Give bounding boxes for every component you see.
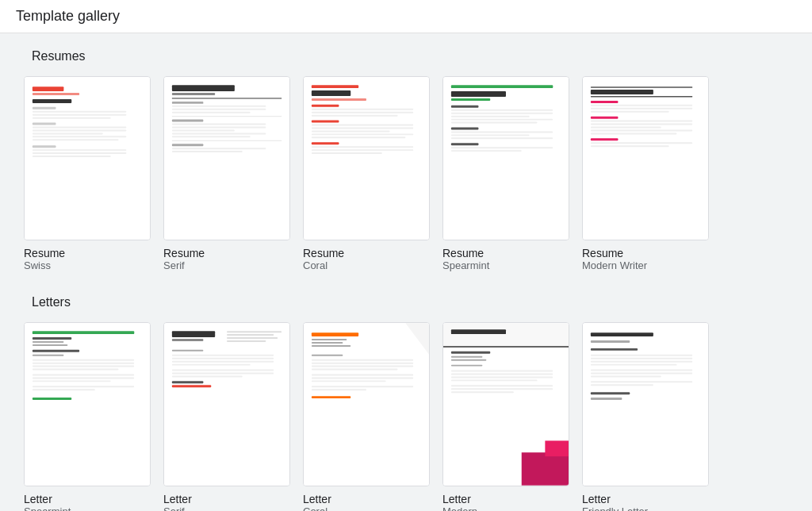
svg-rect-2	[33, 93, 79, 95]
svg-rect-74	[591, 90, 653, 94]
svg-rect-65	[451, 127, 479, 129]
template-thumb-letter-modern[interactable]	[442, 322, 569, 486]
template-letter-modern[interactable]: Letter Modern	[442, 322, 569, 511]
template-thumb-resume-serif[interactable]	[163, 76, 290, 240]
svg-rect-84	[591, 129, 692, 131]
letters-row: Letter Spearmint	[24, 322, 788, 511]
svg-rect-155	[522, 452, 569, 485]
svg-rect-118	[172, 370, 274, 371]
svg-rect-130	[312, 359, 413, 361]
svg-rect-82	[591, 124, 692, 125]
svg-rect-71	[451, 150, 522, 152]
svg-rect-141	[443, 323, 569, 347]
svg-rect-150	[451, 376, 553, 378]
svg-rect-25	[172, 112, 251, 113]
template-letter-friendly[interactable]: Letter Friendly Letter	[582, 322, 709, 511]
svg-rect-112	[227, 340, 266, 342]
template-thumb-resume-swiss[interactable]	[24, 76, 151, 240]
template-letter-spearmint[interactable]: Letter Spearmint	[24, 322, 151, 511]
svg-rect-137	[312, 386, 413, 387]
svg-rect-170	[591, 392, 630, 394]
svg-rect-47	[312, 127, 413, 129]
template-resume-spearmint[interactable]: Resume Spearmint	[442, 76, 569, 271]
template-name: Serif	[163, 259, 185, 271]
svg-rect-135	[312, 377, 413, 378]
svg-rect-154	[451, 391, 514, 393]
template-name: Spearmint	[442, 259, 489, 271]
template-resume-modern-writer[interactable]: Resume Modern Writer	[582, 76, 709, 271]
svg-rect-7	[33, 117, 111, 119]
svg-rect-103	[33, 386, 134, 387]
svg-rect-12	[33, 136, 127, 137]
svg-rect-153	[451, 388, 553, 390]
svg-rect-50	[312, 136, 406, 138]
template-type: Letter	[303, 493, 331, 505]
svg-rect-95	[33, 355, 64, 356]
svg-rect-147	[451, 365, 483, 367]
svg-rect-56	[451, 85, 553, 88]
svg-rect-162	[591, 358, 692, 359]
svg-rect-17	[33, 156, 111, 157]
template-type: Resume	[303, 247, 344, 259]
section-letters: Letters	[24, 295, 788, 511]
svg-rect-106	[164, 323, 289, 485]
svg-rect-121	[172, 381, 204, 383]
template-resume-coral[interactable]: Resume Coral	[303, 76, 430, 271]
svg-rect-77	[591, 105, 692, 106]
svg-rect-131	[312, 363, 413, 364]
svg-rect-69	[451, 143, 479, 145]
template-thumb-resume-modern-writer[interactable]	[582, 76, 709, 240]
svg-rect-87	[591, 142, 692, 144]
template-thumb-letter-coral[interactable]	[303, 322, 430, 486]
svg-rect-97	[33, 363, 134, 364]
template-thumb-letter-friendly[interactable]	[582, 322, 709, 486]
svg-rect-151	[451, 379, 538, 381]
svg-rect-9	[33, 127, 127, 129]
svg-rect-61	[451, 113, 553, 114]
svg-rect-75	[591, 96, 692, 97]
svg-rect-152	[451, 385, 553, 386]
svg-rect-30	[172, 129, 235, 131]
svg-rect-124	[312, 332, 358, 336]
svg-rect-67	[451, 134, 530, 136]
svg-rect-161	[591, 355, 692, 356]
svg-rect-23	[172, 106, 266, 107]
svg-rect-8	[33, 123, 56, 125]
svg-rect-166	[591, 373, 692, 375]
svg-rect-11	[33, 133, 103, 134]
svg-rect-28	[172, 124, 266, 125]
template-thumb-letter-serif[interactable]	[163, 322, 290, 486]
template-letter-serif[interactable]: Letter Serif	[163, 322, 290, 511]
svg-rect-92	[33, 341, 64, 343]
template-thumb-letter-spearmint[interactable]	[24, 322, 151, 486]
svg-rect-144	[451, 352, 490, 354]
svg-rect-22	[172, 102, 204, 104]
svg-rect-132	[312, 366, 413, 367]
template-name: Modern Writer	[582, 259, 647, 271]
template-resume-swiss[interactable]: Resume Swiss	[24, 76, 151, 271]
template-name: Friendly Letter	[582, 505, 648, 511]
svg-rect-117	[172, 364, 251, 366]
template-thumb-resume-coral[interactable]	[303, 76, 430, 240]
template-name: Coral	[303, 259, 327, 271]
svg-rect-102	[33, 380, 111, 382]
template-resume-serif[interactable]: Resume Serif	[163, 76, 290, 271]
template-letter-coral[interactable]: Letter Coral	[303, 322, 430, 511]
svg-rect-45	[312, 121, 339, 123]
svg-rect-54	[312, 152, 382, 154]
svg-rect-15	[33, 149, 127, 151]
svg-rect-96	[33, 359, 134, 361]
template-type: Resume	[24, 247, 65, 259]
svg-rect-83	[591, 127, 661, 129]
svg-rect-52	[312, 146, 413, 148]
template-type: Resume	[163, 247, 205, 259]
svg-rect-19	[172, 85, 235, 91]
svg-rect-146	[451, 359, 486, 361]
template-thumb-resume-spearmint[interactable]	[442, 76, 569, 240]
svg-rect-111	[227, 337, 278, 339]
svg-rect-139	[312, 396, 350, 398]
svg-rect-42	[312, 109, 413, 110]
svg-rect-3	[33, 99, 71, 103]
svg-rect-64	[451, 122, 538, 124]
svg-rect-39	[312, 90, 350, 96]
